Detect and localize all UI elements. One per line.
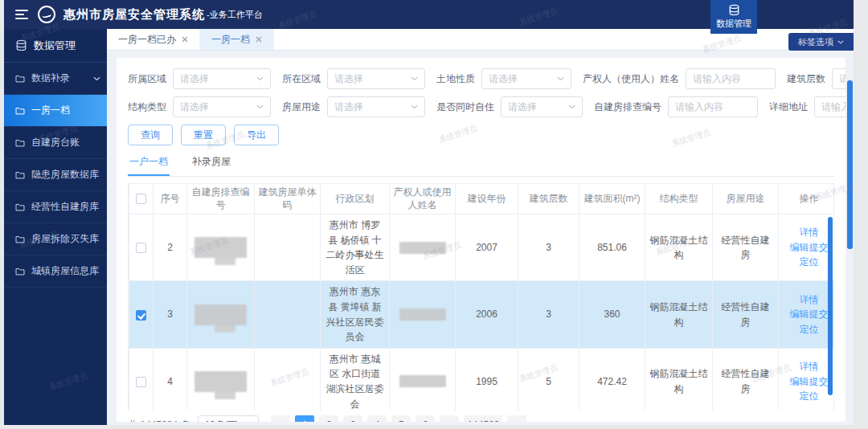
database-icon — [728, 4, 740, 16]
tag-options-button[interactable]: 标签选项 — [788, 33, 854, 51]
details-link[interactable]: 详情 — [800, 227, 819, 238]
filter-group: 是否同时自住请选择 — [436, 96, 583, 117]
filter-select[interactable]: 请选择 — [327, 68, 425, 89]
cell-building-code — [255, 348, 321, 411]
subtab-2[interactable]: 补录房屋 — [190, 149, 232, 176]
cell-year: 2006 — [456, 281, 518, 348]
page-ellipsis: ··· — [440, 415, 459, 422]
cell-no: 2 — [154, 214, 187, 281]
filter-label: 自建房排查编号 — [594, 100, 661, 114]
page-size-select[interactable]: 10条/页 — [198, 415, 259, 422]
folder-icon — [15, 235, 25, 243]
redacted-value — [399, 308, 446, 321]
tab-label: 一房一档 — [211, 33, 250, 47]
column-header: 建筑层数 — [518, 184, 579, 214]
folder-icon — [15, 75, 25, 83]
select-placeholder: 请选择 — [489, 72, 518, 86]
filter-group: 所在区域请选择 — [282, 68, 425, 89]
sidebar-item-3[interactable]: 自建房台账 — [4, 127, 107, 159]
page-button-2[interactable]: 2 — [319, 415, 338, 422]
close-icon — [182, 36, 188, 43]
folder-icon — [15, 139, 25, 147]
details-link[interactable]: 详情 — [800, 294, 819, 305]
locate-link[interactable]: 定位 — [800, 324, 819, 335]
page-button-4[interactable]: 4 — [367, 415, 387, 422]
hamburger-menu-icon[interactable] — [15, 10, 28, 19]
data-table-wrapper: 序号自建房排查编号建筑房屋单体码行政区划产权人或使用人姓名建设年份建筑层数建筑面… — [128, 183, 834, 411]
edit-submit-link[interactable]: 编辑提交 — [790, 376, 829, 387]
select-placeholder: 请选择 — [334, 100, 363, 114]
cell-usage: 经营性自建房 — [713, 348, 779, 411]
cell-usage: 经营性自建房 — [713, 281, 779, 348]
row-checkbox-cell — [129, 281, 154, 348]
cell-floors: 3 — [518, 214, 579, 281]
row-checkbox[interactable] — [136, 310, 146, 321]
filter-input[interactable] — [686, 68, 776, 89]
page-button-3[interactable]: 3 — [343, 415, 362, 422]
prev-page-button[interactable] — [271, 415, 290, 422]
page-button-5[interactable]: 5 — [391, 415, 411, 422]
sidebar-item-4[interactable]: 隐患房屋数据库 — [4, 159, 107, 191]
column-header: 结构类型 — [645, 184, 713, 214]
locate-link[interactable]: 定位 — [800, 390, 819, 402]
filter-input[interactable] — [668, 96, 758, 117]
cell-survey-no — [187, 214, 255, 281]
sidebar-item-2[interactable]: 一房一档 — [4, 95, 107, 127]
column-header: 自建房排查编号 — [187, 184, 255, 214]
sidebar-item-5[interactable]: 经营性自建房库 — [4, 191, 107, 223]
cell-survey-no — [187, 348, 255, 411]
cell-region: 惠州市 惠城区 水口街道 湖滨社区居委会 — [321, 348, 390, 411]
cell-building-code — [255, 281, 321, 348]
column-header: 操作 — [779, 184, 835, 214]
row-checkbox[interactable] — [136, 377, 146, 387]
column-header: 建筑面积(m²) — [579, 184, 645, 214]
page-button-144569[interactable]: 144569 — [464, 415, 502, 422]
filter-input[interactable] — [814, 96, 845, 117]
sidebar-item-1[interactable]: 数据补录 — [4, 63, 107, 95]
page-scrollbar-thumb[interactable] — [847, 80, 853, 249]
chevron-down-icon — [411, 104, 418, 109]
database-icon — [15, 39, 27, 51]
redacted-value — [194, 304, 246, 325]
subtab-1[interactable]: 一户一档 — [128, 149, 170, 176]
cell-structure: 钢筋混凝土结构 — [645, 348, 713, 411]
page-button-6[interactable]: 6 — [416, 415, 435, 422]
sidebar-item-7[interactable]: 城镇房屋信息库 — [4, 255, 107, 288]
filter-select[interactable]: 请选择 — [501, 96, 583, 117]
select-placeholder: 请选择 — [180, 100, 209, 114]
locate-link[interactable]: 定位 — [800, 256, 819, 268]
filter-group: 建筑层数请选择 — [787, 68, 845, 89]
header-checkbox-cell — [129, 184, 154, 214]
query-button[interactable]: 查询 — [128, 125, 173, 145]
tab-2[interactable]: 一房一档 — [200, 29, 274, 50]
top-nav-data-management[interactable]: 数据管理 — [710, 0, 757, 34]
app-window: 惠州市房屋安全管理系统 -业务工作平台 数据管理 系统管理员 数据管理 数据补录… — [4, 0, 854, 425]
export-button[interactable]: 导出 — [234, 125, 279, 145]
reset-button[interactable]: 重置 — [181, 125, 226, 145]
cell-area: 851.06 — [579, 214, 645, 281]
redacted-value — [399, 375, 446, 387]
filter-select[interactable]: 请选择 — [327, 96, 425, 117]
filter-select[interactable]: 请选择 — [481, 68, 571, 89]
tab-1[interactable]: 一房一档已办 — [107, 29, 200, 50]
details-link[interactable]: 详情 — [800, 361, 819, 372]
filter-select[interactable]: 请选择 — [832, 68, 845, 89]
select-all-checkbox[interactable] — [136, 194, 146, 204]
cell-no: 4 — [154, 348, 187, 411]
edit-submit-link[interactable]: 编辑提交 — [790, 308, 829, 320]
table-scrollbar-thumb[interactable] — [828, 217, 833, 395]
filter-select[interactable]: 请选择 — [173, 68, 271, 89]
next-page-button[interactable] — [507, 415, 526, 422]
column-header: 行政区划 — [321, 184, 390, 214]
sidebar-item-6[interactable]: 房屋拆除灭失库 — [4, 223, 107, 255]
sidebar-item-label: 隐患房屋数据库 — [31, 168, 100, 182]
cell-year: 1995 — [456, 348, 518, 411]
page-button-1[interactable]: 1 — [295, 415, 314, 422]
row-checkbox[interactable] — [136, 243, 146, 253]
content-card: 所属区域请选择所在区域请选择土地性质请选择产权人（使用人）姓名建筑层数请选择 结… — [117, 58, 845, 422]
filter-select[interactable]: 请选择 — [173, 96, 271, 117]
edit-submit-link[interactable]: 编辑提交 — [790, 242, 829, 253]
filter-group: 房屋用途请选择 — [282, 96, 425, 117]
filter-label: 土地性质 — [436, 72, 475, 86]
sidebar-item-label: 自建房台账 — [31, 136, 100, 149]
